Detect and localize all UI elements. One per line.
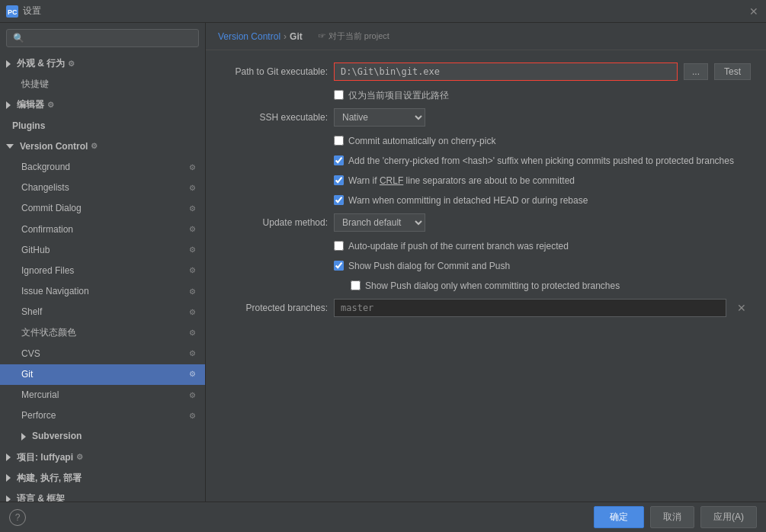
sidebar-label-commit-dialog: Commit Dialog — [21, 201, 82, 216]
sidebar: 🔍 外观 & 行为 ⚙ 快捷键 编辑器 ⚙ Plugins Version Co… — [0, 23, 206, 502]
footer: ? 确定 取消 应用(A) — [0, 502, 766, 532]
breadcrumb-separator: › — [284, 31, 287, 42]
detached-head-checkbox[interactable] — [334, 195, 344, 205]
crlf-row: Warn if CRLF line separators are about t… — [221, 174, 751, 187]
breadcrumb-current: Git — [290, 31, 303, 42]
sidebar-item-file-status-colors[interactable]: 文件状态颜色 ⚙ — [0, 322, 205, 343]
sidebar-label-ignored-files: Ignored Files — [21, 264, 74, 278]
search-box[interactable]: 🔍 — [6, 29, 199, 47]
auto-update-checkbox[interactable] — [334, 241, 344, 251]
breadcrumb-project: ☞ 对于当前 project — [318, 30, 389, 42]
sidebar-label-cvs: CVS — [21, 347, 40, 361]
auto-commit-label: Commit automatically on cherry-pick — [348, 134, 495, 148]
sidebar-item-mercurial[interactable]: Mercurial ⚙ — [0, 385, 205, 405]
update-method-select[interactable]: Branch default Merge Rebase — [334, 213, 425, 232]
path-row: Path to Git executable: ... Test — [221, 62, 751, 81]
app-icon: PC — [6, 5, 18, 18]
sidebar-item-project[interactable]: 项目: luffyapi ⚙ — [0, 447, 205, 468]
protected-input[interactable] — [334, 299, 726, 317]
sidebar-item-subversion[interactable]: Subversion — [0, 426, 205, 447]
sidebar-label-file-status: 文件状态颜色 — [21, 325, 76, 340]
path-label: Path to Git executable: — [221, 66, 328, 77]
settings-icon-merc: ⚙ — [189, 389, 196, 402]
show-push-protected-row: Show Push dialog only when committing to… — [221, 279, 751, 293]
sidebar-item-language[interactable]: 语言 & 框架 — [0, 489, 205, 502]
show-push-checkbox[interactable] — [334, 261, 344, 271]
browse-button[interactable]: ... — [684, 63, 708, 80]
settings-icon-bg: ⚙ — [189, 162, 196, 174]
sidebar-item-cvs[interactable]: CVS ⚙ — [0, 344, 205, 364]
sidebar-label-shortcuts: 快捷键 — [21, 77, 49, 91]
sidebar-item-git[interactable]: Git ⚙ — [0, 364, 205, 385]
sidebar-label-appearance: 外观 & 行为 — [17, 56, 65, 71]
cancel-button[interactable]: 取消 — [650, 506, 694, 528]
ssh-select[interactable]: Native Built-in — [334, 108, 425, 127]
only-project-row: 仅为当前项目设置此路径 — [221, 88, 751, 102]
sidebar-label-project: 项目: luffyapi — [17, 450, 73, 465]
crlf-checkbox[interactable] — [334, 175, 344, 185]
path-input[interactable] — [334, 62, 678, 81]
sidebar-label-subversion: Subversion — [32, 429, 82, 444]
show-push-label: Show Push dialog for Commit and Push — [348, 259, 510, 273]
sidebar-label-changelists: Changelists — [21, 181, 69, 195]
sidebar-item-background[interactable]: Background ⚙ — [0, 157, 205, 178]
only-project-label: 仅为当前项目设置此路径 — [348, 88, 449, 102]
triangle-right-icon-build — [6, 474, 11, 482]
detached-head-label: Warn when committing in detached HEAD or… — [348, 194, 588, 207]
sidebar-item-shortcuts[interactable]: 快捷键 — [0, 74, 205, 95]
close-button[interactable]: ✕ — [748, 5, 760, 18]
only-project-checkbox[interactable] — [334, 90, 344, 100]
sidebar-item-editor[interactable]: 编辑器 ⚙ — [0, 95, 205, 115]
protected-label: Protected branches: — [221, 303, 328, 313]
sidebar-label-background: Background — [21, 160, 70, 175]
confirm-button[interactable]: 确定 — [594, 506, 644, 528]
sidebar-label-language: 语言 & 框架 — [17, 492, 65, 502]
crlf-label: Warn if CRLF line separators are about t… — [348, 174, 575, 187]
help-button[interactable]: ? — [9, 509, 26, 526]
sidebar-label-confirmation: Confirmation — [21, 223, 73, 237]
sidebar-label-perforce: Perforce — [21, 409, 56, 423]
title-bar-text: 设置 — [23, 5, 41, 18]
breadcrumb-parent[interactable]: Version Control — [218, 31, 280, 42]
search-input[interactable] — [27, 33, 192, 43]
settings-icon-cl: ⚙ — [189, 182, 196, 194]
show-push-protected-checkbox[interactable] — [351, 280, 361, 290]
show-push-protected-label: Show Push dialog only when committing to… — [365, 279, 620, 293]
cherry-pick-checkbox[interactable] — [334, 155, 344, 165]
update-method-row: Update method: Branch default Merge Reba… — [221, 213, 751, 232]
settings-icon-git: ⚙ — [189, 368, 196, 380]
test-button[interactable]: Test — [714, 63, 751, 80]
sidebar-item-issue-navigation[interactable]: Issue Navigation ⚙ — [0, 281, 205, 302]
sidebar-item-github[interactable]: GitHub ⚙ — [0, 240, 205, 261]
cherry-pick-row: Add the 'cherry-picked from <hash>' suff… — [221, 154, 751, 168]
main-layout: 🔍 外观 & 行为 ⚙ 快捷键 编辑器 ⚙ Plugins Version Co… — [0, 23, 766, 502]
triangle-right-icon-svn — [21, 433, 26, 441]
sidebar-label-github: GitHub — [21, 243, 50, 258]
apply-button[interactable]: 应用(A) — [700, 506, 757, 528]
auto-update-label: Auto-update if push of the current branc… — [348, 239, 569, 253]
auto-update-row: Auto-update if push of the current branc… — [221, 239, 751, 253]
sidebar-item-ignored-files[interactable]: Ignored Files ⚙ — [0, 261, 205, 281]
sidebar-item-build[interactable]: 构建, 执行, 部署 — [0, 468, 205, 489]
triangle-down-icon — [6, 144, 14, 149]
sidebar-item-perforce[interactable]: Perforce ⚙ — [0, 405, 205, 426]
auto-commit-checkbox[interactable] — [334, 136, 344, 146]
form-area: Path to Git executable: ... Test 仅为当前项目设… — [206, 50, 766, 502]
sidebar-label-shelf: Shelf — [21, 305, 42, 319]
settings-icon-gh: ⚙ — [189, 244, 196, 256]
settings-icon-editor: ⚙ — [47, 99, 54, 111]
sidebar-item-appearance[interactable]: 外观 & 行为 ⚙ — [0, 53, 205, 74]
breadcrumb: Version Control › Git ☞ 对于当前 project — [206, 23, 766, 50]
sidebar-item-shelf[interactable]: Shelf ⚙ — [0, 302, 205, 322]
sidebar-item-commit-dialog[interactable]: Commit Dialog ⚙ — [0, 198, 205, 219]
footer-buttons: 确定 取消 应用(A) — [594, 506, 757, 528]
search-icon: 🔍 — [13, 33, 24, 43]
clear-protected-button[interactable]: ✕ — [732, 300, 751, 316]
triangle-right-icon-project — [6, 453, 11, 461]
sidebar-item-changelists[interactable]: Changelists ⚙ — [0, 178, 205, 198]
sidebar-item-confirmation[interactable]: Confirmation ⚙ — [0, 220, 205, 240]
sidebar-item-plugins[interactable]: Plugins — [0, 116, 205, 136]
settings-icon-perf: ⚙ — [189, 410, 196, 422]
sidebar-item-version-control[interactable]: Version Control ⚙ — [0, 136, 205, 157]
settings-icon-in: ⚙ — [189, 286, 196, 298]
